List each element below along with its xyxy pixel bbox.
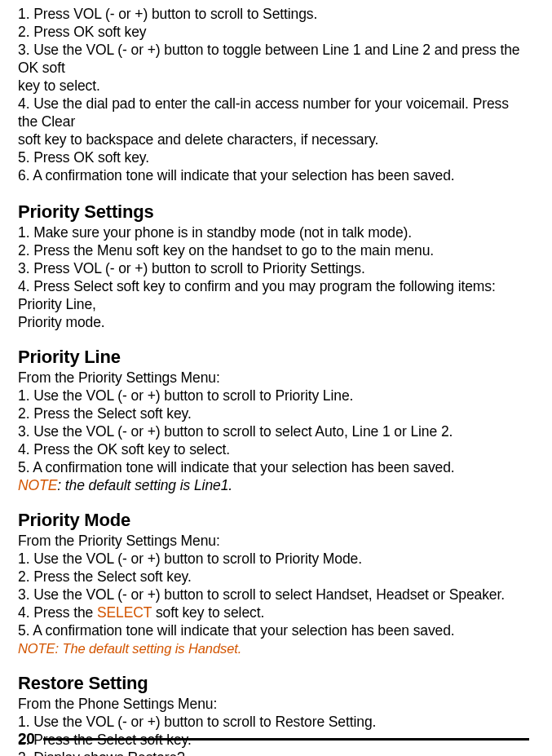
step4-part-c: soft key to select. bbox=[152, 604, 264, 621]
priority-mode-sub: From the Priority Settings Menu: bbox=[18, 532, 529, 550]
priority-line-step-3: 3. Use the VOL (- or +) button to scroll… bbox=[18, 422, 529, 440]
intro-step-4b: soft key to backspace and delete charact… bbox=[18, 130, 529, 148]
heading-priority-mode: Priority Mode bbox=[18, 509, 529, 532]
priority-settings-step-4b: Priority mode. bbox=[18, 313, 529, 331]
heading-priority-line: Priority Line bbox=[18, 346, 529, 369]
priority-mode-step-5: 5. A confirmation tone will indicate tha… bbox=[18, 621, 529, 639]
restore-step-3: 3. Display shows Restore? bbox=[18, 749, 529, 756]
priority-settings-step-2: 2. Press the Menu soft key on the handse… bbox=[18, 241, 529, 259]
restore-sub: From the Phone Settings Menu: bbox=[18, 695, 529, 713]
priority-line-sub: From the Priority Settings Menu: bbox=[18, 369, 529, 387]
priority-line-step-1: 1. Use the VOL (- or +) button to scroll… bbox=[18, 387, 529, 405]
intro-step-1: 1. Press VOL (- or +) button to scroll t… bbox=[18, 5, 529, 23]
heading-restore-setting: Restore Setting bbox=[18, 672, 529, 695]
intro-step-3b: key to select. bbox=[18, 77, 529, 95]
priority-mode-step-2: 2. Press the Select soft key. bbox=[18, 568, 529, 586]
priority-mode-note: NOTE: The default setting is Handset. bbox=[18, 639, 529, 657]
priority-settings-step-3: 3. Press VOL (- or +) button to scroll t… bbox=[18, 259, 529, 277]
priority-settings-step-1: 1. Make sure your phone is in standby mo… bbox=[18, 223, 529, 241]
footer-rule bbox=[43, 738, 529, 741]
intro-step-4a: 4. Use the dial pad to enter the call-in… bbox=[18, 95, 529, 130]
page-number: 20 bbox=[18, 730, 35, 748]
document-page: 1. Press VOL (- or +) button to scroll t… bbox=[0, 0, 552, 756]
note-text: : the default setting is Line1. bbox=[57, 477, 232, 493]
priority-settings-step-4a: 4. Press Select soft key to confirm and … bbox=[18, 277, 529, 313]
priority-line-step-4: 4. Press the OK soft key to select. bbox=[18, 440, 529, 458]
intro-step-6: 6. A confirmation tone will indicate tha… bbox=[18, 166, 529, 184]
step4-select-word: SELECT bbox=[97, 604, 152, 621]
intro-step-3a: 3. Use the VOL (- or +) button to toggle… bbox=[18, 41, 529, 77]
priority-line-note: NOTE: the default setting is Line1. bbox=[18, 476, 529, 494]
intro-step-2: 2. Press OK soft key bbox=[18, 23, 529, 41]
priority-mode-step-3: 3. Use the VOL (- or +) button to scroll… bbox=[18, 586, 529, 603]
step4-part-a: 4. Press the bbox=[18, 604, 97, 621]
note-label: NOTE bbox=[18, 477, 57, 493]
restore-step-1: 1. Use the VOL (- or +) button to scroll… bbox=[18, 713, 529, 731]
priority-mode-step-4: 4. Press the SELECT soft key to select. bbox=[18, 603, 529, 621]
priority-line-step-2: 2. Press the Select soft key. bbox=[18, 405, 529, 422]
page-footer: 20 bbox=[18, 730, 529, 748]
heading-priority-settings: Priority Settings bbox=[18, 201, 529, 223]
priority-line-step-5: 5. A confirmation tone will indicate tha… bbox=[18, 458, 529, 476]
intro-step-5: 5. Press OK soft key. bbox=[18, 148, 529, 166]
priority-mode-step-1: 1. Use the VOL (- or +) button to scroll… bbox=[18, 550, 529, 568]
